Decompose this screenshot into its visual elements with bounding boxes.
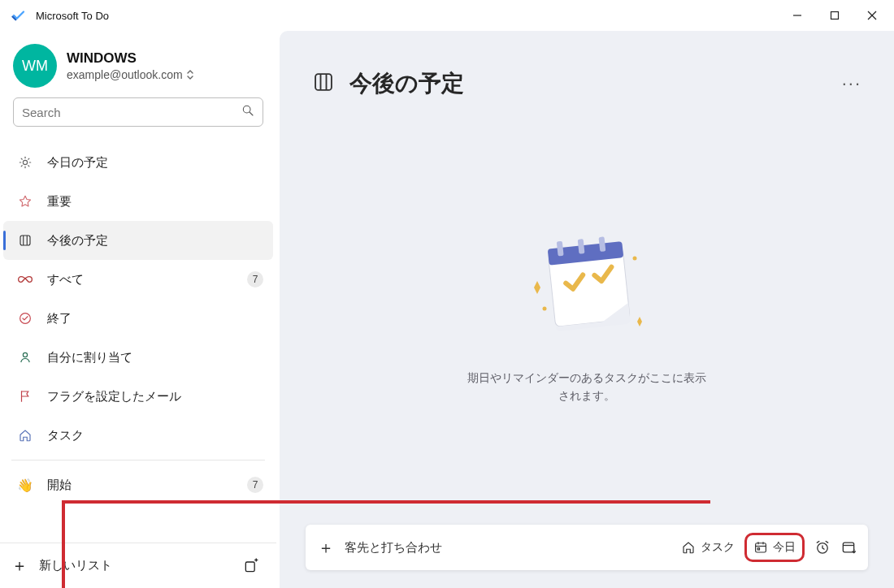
nav-getting-started[interactable]: 👋 開始 7 bbox=[0, 465, 276, 504]
empty-state: 期日やリマインダーのあるタスクがここに表示されます。 bbox=[280, 107, 894, 525]
nav-label: 自分に割り当て bbox=[47, 350, 263, 365]
alarm-icon bbox=[814, 539, 831, 556]
reminder-button[interactable] bbox=[814, 539, 831, 556]
nav-list: 今日の予定 重要 今後の予定 すべて 7 終了 自分に割り当て bbox=[0, 135, 276, 543]
main-header: 今後の予定 ··· bbox=[280, 31, 894, 107]
sidebar-bottom: ＋ 新しいリスト bbox=[0, 543, 276, 588]
page-title: 今後の予定 bbox=[349, 68, 842, 99]
svg-point-6 bbox=[23, 160, 27, 164]
planned-icon bbox=[15, 233, 36, 248]
planned-icon bbox=[312, 71, 335, 97]
svg-marker-31 bbox=[534, 281, 540, 294]
nav-badge: 7 bbox=[247, 477, 263, 493]
search-input[interactable] bbox=[13, 97, 263, 127]
nav-label: 今後の予定 bbox=[47, 233, 260, 249]
add-task-input[interactable] bbox=[345, 541, 671, 555]
new-list-label: 新しいリスト bbox=[39, 558, 112, 573]
svg-point-19 bbox=[23, 352, 27, 357]
home-icon bbox=[681, 540, 696, 555]
nav-separator bbox=[11, 460, 265, 460]
minimize-button[interactable] bbox=[779, 0, 816, 31]
svg-rect-15 bbox=[20, 236, 30, 245]
home-icon bbox=[15, 428, 36, 443]
new-list-button[interactable]: ＋ 新しいリスト bbox=[11, 555, 237, 577]
nav-all[interactable]: すべて 7 bbox=[0, 260, 276, 299]
app-logo-icon bbox=[10, 8, 28, 23]
star-icon bbox=[15, 194, 36, 209]
nav-label: 重要 bbox=[47, 194, 263, 210]
svg-rect-39 bbox=[757, 548, 759, 550]
profile-switcher[interactable]: WM WINDOWS example@outlook.com bbox=[0, 44, 276, 97]
nav-tasks[interactable]: タスク bbox=[0, 416, 276, 455]
close-button[interactable] bbox=[853, 0, 891, 31]
empty-state-text: 期日やリマインダーのあるタスクがここに表示されます。 bbox=[465, 369, 709, 405]
profile-email: example@outlook.com bbox=[67, 68, 194, 81]
empty-illustration-icon bbox=[518, 227, 656, 349]
add-task-bar[interactable]: ＋ タスク 今日 bbox=[306, 525, 868, 570]
nav-planned[interactable]: 今後の予定 bbox=[3, 221, 273, 260]
more-button[interactable]: ··· bbox=[842, 73, 861, 94]
repeat-button[interactable] bbox=[840, 539, 857, 556]
flag-icon bbox=[15, 389, 36, 404]
infinity-icon bbox=[15, 272, 36, 287]
person-icon bbox=[15, 350, 36, 365]
list-selector-chip[interactable]: タスク bbox=[681, 540, 735, 555]
new-group-button[interactable] bbox=[237, 558, 265, 574]
svg-line-14 bbox=[28, 158, 29, 159]
chevron-updown-icon bbox=[186, 69, 194, 80]
nav-label: フラグを設定したメール bbox=[47, 389, 263, 404]
title-bar: Microsoft To Do bbox=[0, 0, 894, 31]
avatar: WM bbox=[13, 44, 57, 88]
svg-point-33 bbox=[543, 306, 547, 310]
annotation-line bbox=[62, 500, 710, 504]
nav-assigned[interactable]: 自分に割り当て bbox=[0, 338, 276, 377]
svg-rect-20 bbox=[245, 562, 254, 572]
sidebar: WM WINDOWS example@outlook.com 今日の予定 bbox=[0, 31, 276, 588]
main-panel: 今後の予定 ··· bbox=[280, 31, 894, 588]
nav-label: すべて bbox=[47, 272, 247, 288]
nav-label: 終了 bbox=[47, 311, 263, 326]
wave-icon: 👋 bbox=[15, 478, 36, 493]
calendar-icon bbox=[753, 540, 768, 555]
svg-marker-32 bbox=[637, 317, 642, 326]
nav-label: タスク bbox=[47, 428, 263, 443]
nav-badge: 7 bbox=[247, 271, 263, 288]
plus-icon: ＋ bbox=[317, 537, 335, 559]
svg-rect-23 bbox=[315, 74, 332, 90]
svg-line-13 bbox=[21, 166, 22, 166]
nav-my-day[interactable]: 今日の予定 bbox=[0, 143, 276, 182]
svg-rect-35 bbox=[756, 543, 766, 552]
plus-icon: ＋ bbox=[11, 555, 28, 577]
svg-line-12 bbox=[28, 166, 29, 166]
window-title: Microsoft To Do bbox=[36, 10, 109, 22]
due-date-chip[interactable]: 今日 bbox=[744, 533, 805, 562]
nav-label: 開始 bbox=[47, 478, 247, 493]
profile-name: WINDOWS bbox=[67, 50, 194, 67]
check-circle-icon bbox=[15, 311, 36, 326]
nav-flagged[interactable]: フラグを設定したメール bbox=[0, 377, 276, 416]
search-field[interactable] bbox=[22, 106, 241, 119]
nav-label: 今日の予定 bbox=[47, 155, 263, 171]
svg-rect-41 bbox=[843, 543, 853, 552]
annotation-line bbox=[62, 500, 65, 588]
repeat-icon bbox=[840, 539, 857, 556]
nav-completed[interactable]: 終了 bbox=[0, 299, 276, 338]
search-icon bbox=[241, 104, 254, 120]
svg-rect-1 bbox=[831, 12, 839, 19]
svg-line-11 bbox=[21, 158, 22, 159]
svg-point-34 bbox=[633, 256, 637, 260]
sun-icon bbox=[15, 155, 36, 170]
nav-important[interactable]: 重要 bbox=[0, 182, 276, 221]
maximize-button[interactable] bbox=[816, 0, 853, 31]
svg-line-5 bbox=[250, 112, 253, 115]
